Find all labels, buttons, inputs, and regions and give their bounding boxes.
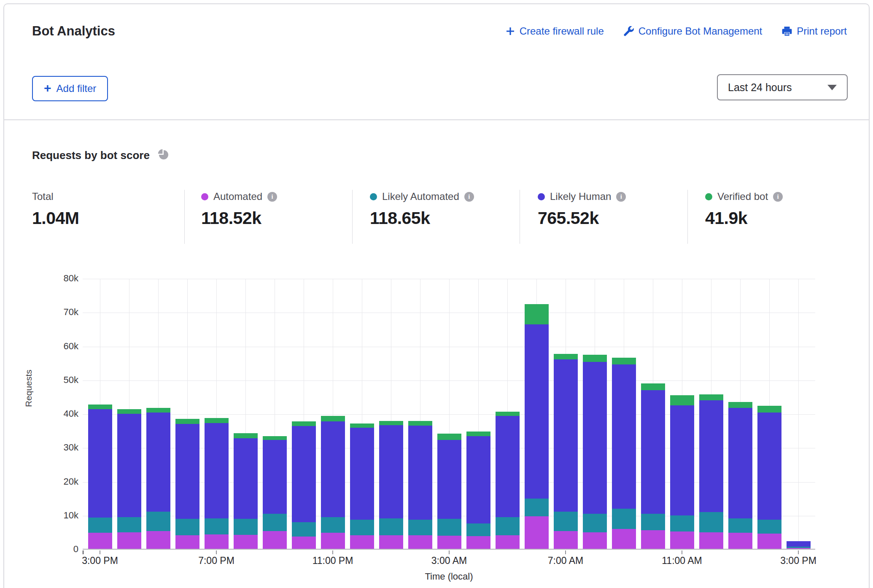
bar-segment-likely-human[interactable] — [641, 390, 665, 513]
bar-segment-verified-bot[interactable] — [699, 394, 723, 400]
bar-segment-automated[interactable] — [146, 531, 170, 549]
bar-segment-automated[interactable] — [787, 548, 811, 549]
bar-segment-automated[interactable] — [466, 536, 490, 549]
bar-segment-automated[interactable] — [88, 533, 112, 549]
bar-segment-likely-automated[interactable] — [728, 518, 752, 533]
bar-segment-automated[interactable] — [699, 532, 723, 549]
bar-segment-likely-human[interactable] — [321, 421, 345, 517]
bar-segment-likely-human[interactable] — [146, 413, 170, 511]
bar-segment-verified-bot[interactable] — [379, 421, 403, 425]
bar-segment-automated[interactable] — [496, 535, 520, 549]
bar-segment-likely-human[interactable] — [787, 541, 811, 547]
bar-segment-automated[interactable] — [670, 531, 694, 549]
bar-segment-likely-automated[interactable] — [757, 520, 781, 534]
bar-segment-likely-automated[interactable] — [641, 514, 665, 530]
bar-segment-likely-human[interactable] — [408, 426, 432, 520]
bar-700am[interactable] — [554, 354, 578, 549]
bar-1100am[interactable] — [670, 395, 694, 549]
bar-900pm[interactable] — [263, 436, 287, 549]
bar-segment-automated[interactable] — [321, 533, 345, 549]
bar-100pm[interactable] — [728, 402, 752, 549]
bar-500pm[interactable] — [146, 408, 170, 549]
bar-800pm[interactable] — [234, 433, 258, 549]
bar-segment-automated[interactable] — [583, 532, 607, 549]
bar-segment-verified-bot[interactable] — [757, 406, 781, 413]
bar-segment-likely-automated[interactable] — [496, 517, 520, 535]
bar-segment-likely-human[interactable] — [263, 440, 287, 514]
bar-segment-likely-human[interactable] — [88, 409, 112, 518]
bar-segment-likely-automated[interactable] — [234, 519, 258, 535]
bar-900am[interactable] — [612, 358, 636, 549]
bar-600pm[interactable] — [175, 419, 199, 549]
bar-segment-automated[interactable] — [525, 516, 549, 549]
bar-segment-automated[interactable] — [641, 530, 665, 549]
bar-300pm[interactable] — [787, 541, 811, 549]
bar-segment-likely-automated[interactable] — [205, 518, 229, 534]
bar-100am[interactable] — [379, 421, 403, 549]
bar-segment-likely-automated[interactable] — [350, 520, 374, 535]
bar-segment-automated[interactable] — [728, 533, 752, 549]
bar-segment-likely-human[interactable] — [117, 414, 141, 518]
bar-800am[interactable] — [583, 355, 607, 549]
bar-segment-verified-bot[interactable] — [583, 355, 607, 362]
info-icon[interactable]: i — [267, 192, 277, 202]
bar-segment-likely-human[interactable] — [175, 424, 199, 519]
bar-segment-likely-automated[interactable] — [263, 514, 287, 531]
bar-segment-likely-automated[interactable] — [554, 512, 578, 531]
bar-1200pm[interactable] — [699, 394, 723, 549]
bar-segment-likely-automated[interactable] — [117, 517, 141, 532]
bar-segment-verified-bot[interactable] — [641, 383, 665, 390]
bar-segment-likely-automated[interactable] — [292, 522, 316, 537]
bar-segment-likely-automated[interactable] — [379, 518, 403, 535]
bar-1000am[interactable] — [641, 383, 665, 549]
bar-segment-automated[interactable] — [205, 534, 229, 549]
bar-segment-automated[interactable] — [263, 531, 287, 549]
bar-segment-likely-human[interactable] — [496, 416, 520, 517]
bar-segment-likely-automated[interactable] — [146, 512, 170, 531]
bar-segment-likely-human[interactable] — [554, 359, 578, 511]
bar-segment-likely-automated[interactable] — [612, 509, 636, 529]
bar-400am[interactable] — [466, 432, 490, 549]
bar-segment-likely-human[interactable] — [583, 362, 607, 514]
bar-1100pm[interactable] — [321, 416, 345, 549]
bar-segment-automated[interactable] — [117, 532, 141, 549]
bar-segment-likely-human[interactable] — [205, 423, 229, 518]
time-range-select[interactable]: Last 24 hours — [717, 74, 848, 100]
bar-segment-verified-bot[interactable] — [408, 421, 432, 426]
bar-segment-likely-automated[interactable] — [525, 499, 549, 516]
bar-segment-automated[interactable] — [292, 537, 316, 549]
bar-400pm[interactable] — [117, 409, 141, 549]
bar-300am[interactable] — [437, 434, 461, 549]
bar-segment-verified-bot[interactable] — [525, 304, 549, 324]
bar-segment-likely-human[interactable] — [234, 438, 258, 519]
bar-segment-automated[interactable] — [234, 535, 258, 549]
bar-segment-verified-bot[interactable] — [175, 419, 199, 424]
bar-300pm[interactable] — [88, 405, 112, 549]
bar-segment-likely-automated[interactable] — [670, 515, 694, 532]
bar-segment-likely-human[interactable] — [612, 364, 636, 509]
bar-segment-verified-bot[interactable] — [466, 432, 490, 436]
bar-segment-automated[interactable] — [175, 535, 199, 549]
bar-segment-automated[interactable] — [612, 529, 636, 549]
bar-segment-automated[interactable] — [437, 536, 461, 549]
bar-segment-verified-bot[interactable] — [437, 434, 461, 440]
bar-segment-likely-human[interactable] — [525, 324, 549, 499]
bar-segment-likely-automated[interactable] — [437, 519, 461, 536]
bar-segment-verified-bot[interactable] — [554, 354, 578, 360]
bar-segment-verified-bot[interactable] — [146, 408, 170, 413]
info-icon[interactable]: i — [464, 192, 474, 202]
bar-segment-likely-human[interactable] — [699, 400, 723, 512]
bar-segment-verified-bot[interactable] — [263, 436, 287, 440]
bar-segment-likely-automated[interactable] — [466, 523, 490, 536]
bar-segment-likely-human[interactable] — [350, 428, 374, 520]
bar-segment-verified-bot[interactable] — [350, 423, 374, 428]
bar-1200am[interactable] — [350, 423, 374, 549]
bar-segment-likely-automated[interactable] — [175, 519, 199, 535]
bar-segment-likely-human[interactable] — [379, 425, 403, 518]
bar-segment-verified-bot[interactable] — [117, 409, 141, 413]
bar-segment-likely-human[interactable] — [670, 405, 694, 515]
bar-segment-verified-bot[interactable] — [234, 433, 258, 438]
bar-segment-automated[interactable] — [379, 535, 403, 549]
bar-segment-automated[interactable] — [554, 531, 578, 549]
bar-700pm[interactable] — [205, 418, 229, 549]
